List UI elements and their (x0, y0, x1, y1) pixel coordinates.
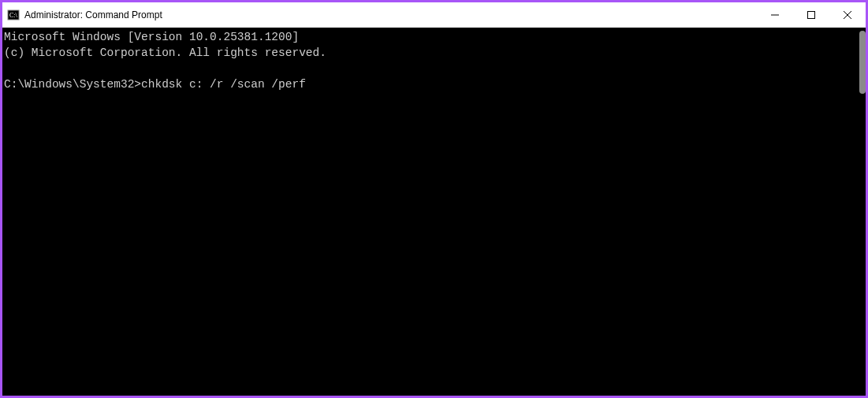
close-button[interactable] (829, 2, 866, 28)
command-text: chkdsk c: /r /scan /perf (141, 78, 306, 91)
svg-rect-3 (808, 12, 815, 19)
maximize-button[interactable] (793, 2, 829, 28)
window-controls (757, 2, 866, 28)
terminal-content: Microsoft Windows [Version 10.0.25381.12… (2, 28, 866, 92)
prompt-prefix: C:\Windows\System32> (4, 78, 141, 91)
window-title: Administrator: Command Prompt (24, 9, 162, 20)
prompt-line: C:\Windows\System32>chkdsk c: /r /scan /… (4, 78, 306, 91)
minimize-button[interactable] (757, 2, 793, 28)
version-line: Microsoft Windows [Version 10.0.25381.12… (4, 31, 299, 43)
window-frame: C:\ Administrator: Command Prompt (0, 0, 868, 398)
copyright-line: (c) Microsoft Corporation. All rights re… (4, 46, 326, 59)
titlebar[interactable]: C:\ Administrator: Command Prompt (2, 2, 866, 28)
close-icon (844, 11, 851, 19)
maximize-icon (807, 11, 815, 19)
terminal-area[interactable]: Microsoft Windows [Version 10.0.25381.12… (2, 28, 866, 396)
titlebar-left: C:\ Administrator: Command Prompt (7, 9, 162, 21)
minimize-icon (771, 11, 779, 19)
scrollbar-thumb[interactable] (859, 31, 866, 94)
cmd-icon: C:\ (7, 9, 20, 21)
svg-text:C:\: C:\ (9, 12, 18, 19)
